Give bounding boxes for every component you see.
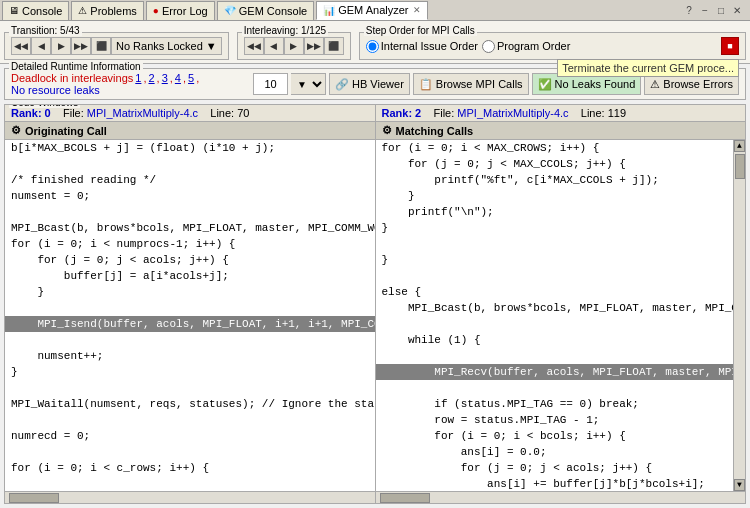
browse-errors-label: Browse Errors xyxy=(663,78,733,90)
left-code-content[interactable]: b[i*MAX_BCOLS + j] = (float) (i*10 + j);… xyxy=(5,140,375,491)
code-line: for (i = 0; i < MAX_CROWS; i++) { xyxy=(376,140,734,156)
code-line: numrecd = 0; xyxy=(5,428,375,444)
code-line: MPI_Bcast(b, brows*bcols, MPI_FLOAT, mas… xyxy=(5,220,375,236)
code-line: numsent++; xyxy=(5,348,375,364)
tab-gem-console[interactable]: 💎 GEM Console xyxy=(217,1,314,20)
minimize-button[interactable]: − xyxy=(698,3,712,17)
code-line xyxy=(5,156,375,172)
right-file-label: MPI_MatrixMultiply-4.c xyxy=(457,107,568,119)
deadlock-link-1[interactable]: 1 xyxy=(135,72,141,84)
browse-errors-icon: ⚠ xyxy=(650,78,660,91)
right-line-label: Line: 119 xyxy=(581,107,626,119)
tab-gem-console-label: GEM Console xyxy=(239,5,307,17)
tab-problems[interactable]: ⚠ Problems xyxy=(71,1,143,20)
tab-error-log[interactable]: ● Error Log xyxy=(146,1,215,20)
interleaving-first-btn[interactable]: ◀◀ xyxy=(244,37,264,55)
code-windows-section: Code Windows Rank: 0 File: MPI_MatrixMul… xyxy=(4,104,746,504)
help-button[interactable]: ? xyxy=(682,3,696,17)
code-line: buffer[j] = a[i*acols+j]; xyxy=(5,268,375,284)
code-line: MPI_Bcast(b, brows*bcols, MPI_FLOAT, mas… xyxy=(376,300,734,316)
no-leaks-found-icon: ✅ xyxy=(538,78,552,91)
deadlock-link-4[interactable]: 4 xyxy=(175,72,181,84)
tab-console[interactable]: 🖥 Console xyxy=(2,1,69,20)
tab-error-log-label: Error Log xyxy=(162,5,208,17)
code-line xyxy=(5,444,375,460)
deadlock-text: Deadlock in interleavings xyxy=(11,72,133,84)
code-line: b[i*MAX_BCOLS + j] = (float) (i*10 + j); xyxy=(5,140,375,156)
tab-close-icon[interactable]: ✕ xyxy=(413,5,421,15)
code-line: /* finished reading */ xyxy=(5,172,375,188)
left-code-panel: Rank: 0 File: MPI_MatrixMultiply-4.c Lin… xyxy=(5,105,376,503)
right-h-scrollbar[interactable] xyxy=(376,491,746,503)
code-windows-title: Code Windows xyxy=(9,104,80,108)
close-view-button[interactable]: ✕ xyxy=(730,3,744,17)
code-line: numsent = 0; xyxy=(5,188,375,204)
hb-viewer-label: HB Viewer xyxy=(352,78,404,90)
code-line: } xyxy=(5,284,375,300)
transition-next-btn[interactable]: ▶ xyxy=(51,37,71,55)
runtime-info-title: Detailed Runtime Information xyxy=(9,61,143,72)
error-log-icon: ● xyxy=(153,5,159,16)
tab-console-label: Console xyxy=(22,5,62,17)
code-line xyxy=(376,380,734,396)
browse-mpi-label: Browse MPI Calls xyxy=(436,78,523,90)
transition-last-btn[interactable]: ▶▶ xyxy=(71,37,91,55)
internal-issue-order-radio[interactable]: Internal Issue Order xyxy=(366,40,478,53)
code-line xyxy=(376,236,734,252)
right-code-panel: Rank: 2 File: MPI_MatrixMultiply-4.c Lin… xyxy=(376,105,746,503)
deadlock-link-3[interactable]: 3 xyxy=(162,72,168,84)
gem-console-icon: 💎 xyxy=(224,5,236,16)
hb-viewer-button[interactable]: 🔗 HB Viewer xyxy=(329,73,410,95)
tab-bar: 🖥 Console ⚠ Problems ● Error Log 💎 GEM C… xyxy=(0,0,750,21)
transition-label: Transition: 5/43 xyxy=(9,25,82,36)
transition-stop-btn[interactable]: ⬛ xyxy=(91,37,111,55)
right-scroll-down-btn[interactable]: ▼ xyxy=(734,479,745,491)
code-line xyxy=(5,300,375,316)
code-line: for (j = 0; j < acols; j++) { xyxy=(376,460,734,476)
problems-icon: ⚠ xyxy=(78,5,87,16)
right-scroll-up-btn[interactable]: ▲ xyxy=(734,140,745,152)
interleaving-next-btn[interactable]: ▶ xyxy=(284,37,304,55)
deadlock-link-5[interactable]: 5 xyxy=(188,72,194,84)
transition-first-btn[interactable]: ◀◀ xyxy=(11,37,31,55)
interleaving-stop-btn[interactable]: ⬛ xyxy=(324,37,344,55)
code-line: } xyxy=(376,220,734,236)
left-h-scrollbar[interactable] xyxy=(5,491,375,503)
right-panel-header: Rank: 2 File: MPI_MatrixMultiply-4.c Lin… xyxy=(376,105,746,122)
left-file-label: MPI_MatrixMultiply-4.c xyxy=(87,107,198,119)
right-code-content[interactable]: for (i = 0; i < MAX_CROWS; i++) { for (j… xyxy=(376,140,734,491)
code-line: ans[i] += buffer[j]*b[j*bcols+i]; xyxy=(376,476,734,491)
code-line: MPI_Isend(buffer, acols, MPI_FLOAT, i+1,… xyxy=(5,316,375,332)
interleaving-prev-btn[interactable]: ◀ xyxy=(264,37,284,55)
interleaving-label: Interleaving: 1/125 xyxy=(242,25,328,36)
transition-prev-btn[interactable]: ◀ xyxy=(31,37,51,55)
interleaving-last-btn[interactable]: ▶▶ xyxy=(304,37,324,55)
right-panel-title-bar: ⚙ Matching Calls xyxy=(376,122,746,140)
maximize-button[interactable]: □ xyxy=(714,3,728,17)
console-icon: 🖥 xyxy=(9,5,19,16)
left-h-scrollbar-thumb xyxy=(9,493,59,503)
code-line: MPI_Recv(buffer, acols, MPI_FLOAT, maste… xyxy=(376,364,734,380)
gem-analyzer-icon: 📊 xyxy=(323,5,335,16)
right-v-scrollbar-thumb xyxy=(735,154,745,179)
ranks-locked-label: No Ranks Locked xyxy=(116,40,203,52)
browse-mpi-button[interactable]: 📋 Browse MPI Calls xyxy=(413,73,529,95)
right-code-content-wrapper: for (i = 0; i < MAX_CROWS; i++) { for (j… xyxy=(376,140,746,491)
code-line xyxy=(5,332,375,348)
left-file-prefix: File: xyxy=(63,107,87,119)
program-order-radio[interactable]: Program Order xyxy=(482,40,570,53)
code-line: while (1) { xyxy=(376,332,734,348)
tab-gem-analyzer[interactable]: 📊 GEM Analyzer ✕ xyxy=(316,1,427,20)
code-panels-container: Rank: 0 File: MPI_MatrixMultiply-4.c Lin… xyxy=(5,105,745,503)
num-input[interactable] xyxy=(253,73,288,95)
ranks-locked-dropdown[interactable]: No Ranks Locked ▼ xyxy=(111,37,222,55)
num-dropdown[interactable]: ▼ xyxy=(291,73,326,95)
code-line: if (status.MPI_TAG == 0) break; xyxy=(376,396,734,412)
program-order-label: Program Order xyxy=(497,40,570,52)
code-line: for (i = 0; i < numprocs-1; i++) { xyxy=(5,236,375,252)
right-v-scrollbar[interactable]: ▲ ▼ xyxy=(733,140,745,491)
step-order-label: Step Order for MPI Calls xyxy=(364,25,477,36)
terminate-button[interactable]: ■ xyxy=(721,37,739,55)
code-line: for (i = 0; i < bcols; i++) { xyxy=(376,428,734,444)
deadlock-link-2[interactable]: 2 xyxy=(148,72,154,84)
